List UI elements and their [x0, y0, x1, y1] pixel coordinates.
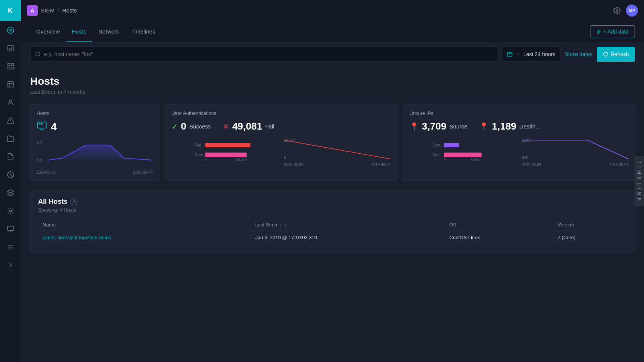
table-title-text: All Hosts — [38, 198, 67, 206]
sidebar-icon-cases[interactable] — [0, 130, 21, 148]
hosts-card: Hosts 4 4.0 3.0 — [30, 104, 159, 181]
filter-bar: Last 24 hours Show dates Refresh — [21, 42, 644, 66]
tab-hosts[interactable]: Hosts — [66, 21, 92, 42]
ips-card: Unique IPs 📍 3,709 Source 📍 1,189 Destin… — [403, 104, 635, 181]
hosts-date-end: 2019-06-06 — [133, 170, 153, 174]
page-title: Hosts — [30, 75, 635, 87]
sidebar-icon-arrow[interactable] — [0, 256, 21, 274]
main-area: A SIEM / Hosts MP Overview Hosts Network… — [21, 0, 644, 362]
sidebar-icon-endpoints[interactable] — [0, 220, 21, 238]
auth-chart-y-high: 10,000 — [284, 138, 296, 142]
svg-text:Src.: Src. — [432, 153, 439, 157]
search-box[interactable] — [30, 47, 497, 62]
ips-dest-count: 1,189 — [492, 121, 516, 132]
svg-rect-37 — [444, 143, 459, 147]
svg-rect-2 — [8, 46, 13, 51]
auth-chart-y-low: 0 — [284, 156, 286, 160]
svg-rect-25 — [37, 122, 46, 128]
auth-bar-chart: Fail Succ. 0 40,000 — [172, 138, 278, 161]
svg-line-12 — [8, 173, 13, 177]
search-icon — [35, 51, 41, 57]
sidebar-icon-rules[interactable] — [0, 148, 21, 166]
all-hosts-table-section: All Hosts ? Showing: 4 Hosts Name Last S… — [30, 190, 635, 252]
time-range-selector[interactable]: Last 24 hours — [502, 47, 560, 62]
auth-line-chart — [284, 138, 391, 161]
host-version-cell: 7 (Core) — [553, 231, 627, 244]
show-dates-button[interactable]: Show dates — [565, 51, 592, 57]
tab-network[interactable]: Network — [92, 21, 125, 42]
col-os: OS — [445, 219, 553, 231]
sidebar-icon-ml[interactable] — [0, 202, 21, 220]
ips-charts: Dest. Src. 0 3,000 2,000 500 — [409, 138, 629, 167]
refresh-button[interactable]: Refresh — [597, 47, 635, 62]
page-subtitle: Last Event: in 7 months — [30, 89, 635, 95]
sidebar-icon-alert[interactable] — [0, 112, 21, 130]
ips-stats: 📍 3,709 Source 📍 1,189 Destin... — [409, 121, 629, 132]
table-help-icon[interactable]: ? — [71, 199, 77, 205]
svg-text:0: 0 — [444, 158, 446, 162]
svg-text:Fail: Fail — [195, 143, 201, 147]
auth-success-stat: ✓ 0 Success — [172, 121, 211, 132]
sidebar-icon-nav[interactable] — [0, 238, 21, 256]
success-icon: ✓ — [172, 122, 178, 131]
tab-timelines[interactable]: Timelines — [125, 21, 161, 42]
ips-source-count: 3,709 — [422, 121, 446, 132]
ips-chart-dates: 2019-06-05 2019-06-06 — [522, 163, 629, 167]
svg-rect-29 — [41, 123, 43, 125]
sidebar-icon-exceptions[interactable] — [0, 166, 21, 184]
svg-text:40,000: 40,000 — [236, 158, 247, 162]
col-last-seen[interactable]: Last Seen ℹ ↓ — [251, 219, 445, 231]
auth-charts: Fail Succ. 0 40,000 10,000 0 — [172, 138, 391, 167]
tab-overview[interactable]: Overview — [30, 21, 66, 42]
refresh-icon — [603, 52, 608, 57]
sidebar-icon-dashboard[interactable] — [0, 57, 21, 75]
app-logo[interactable]: K — [0, 0, 21, 21]
ips-dest-label: Destin... — [520, 123, 540, 130]
fail-icon: ✕ — [223, 122, 229, 131]
timeline-tab[interactable]: T I M E L I N E — [634, 156, 644, 206]
auth-success-label: Success — [189, 123, 211, 130]
auth-chart-dates: 2019-06-05 2019-06-06 — [284, 163, 391, 167]
ips-source-stat: 📍 3,709 Source — [409, 121, 468, 132]
user-avatar[interactable]: MP — [626, 5, 638, 17]
topbar-page-name: Hosts — [62, 7, 77, 14]
ips-source-label: Source — [449, 123, 468, 130]
sidebar-icon-home[interactable] — [0, 21, 21, 39]
content-area: Overview Hosts Network Timelines ⊕ + Add… — [21, 21, 644, 362]
topbar-siem-label: SIEM — [41, 7, 55, 14]
ips-dest-stat: 📍 1,189 Destin... — [479, 121, 540, 132]
search-input[interactable] — [44, 51, 492, 57]
add-data-button[interactable]: ⊕ + Add data — [590, 25, 635, 38]
calendar-icon — [507, 51, 513, 57]
table-title: All Hosts ? — [38, 198, 627, 206]
auth-fail-label: Fail — [265, 123, 274, 130]
svg-point-14 — [9, 210, 11, 212]
chevron-down-icon — [516, 52, 520, 57]
sidebar-icon-table[interactable] — [0, 75, 21, 93]
sidebar-icon-user[interactable] — [0, 93, 21, 112]
hosts-chart-dates: 2019-06-05 2019-06-06 — [37, 170, 153, 174]
svg-point-1 — [9, 29, 11, 31]
svg-point-20 — [36, 52, 40, 56]
settings-icon[interactable] — [611, 5, 623, 17]
svg-rect-21 — [508, 52, 512, 57]
host-os-cell: CentOS Linux — [445, 231, 553, 244]
svg-rect-28 — [39, 123, 41, 125]
host-last-seen-cell: Jun 6, 2019 @ 17:10:03.310 — [251, 231, 445, 244]
page-body: Hosts Last Event: in 7 months Hosts 4 4.… — [21, 66, 644, 362]
svg-text:Succ.: Succ. — [195, 153, 204, 157]
topbar: A SIEM / Hosts MP — [21, 0, 644, 21]
auth-date-end: 2019-06-06 — [371, 163, 391, 167]
col-version: Version — [553, 219, 627, 231]
auth-fail-count: 49,081 — [232, 121, 262, 132]
host-name-cell[interactable]: james-honeypot-logstash-demo — [38, 231, 251, 244]
auth-fail-stat: ✕ 49,081 Fail — [223, 121, 274, 132]
svg-rect-5 — [8, 67, 10, 69]
hosts-count: 4 — [51, 121, 57, 133]
ips-chart-y-low: 500 — [522, 156, 528, 160]
ips-card-title: Unique IPs — [409, 110, 629, 116]
sidebar-icon-analytics[interactable] — [0, 39, 21, 57]
add-data-label: + Add data — [603, 29, 629, 35]
sidebar-icon-siem[interactable] — [0, 184, 21, 202]
refresh-label: Refresh — [610, 51, 629, 57]
